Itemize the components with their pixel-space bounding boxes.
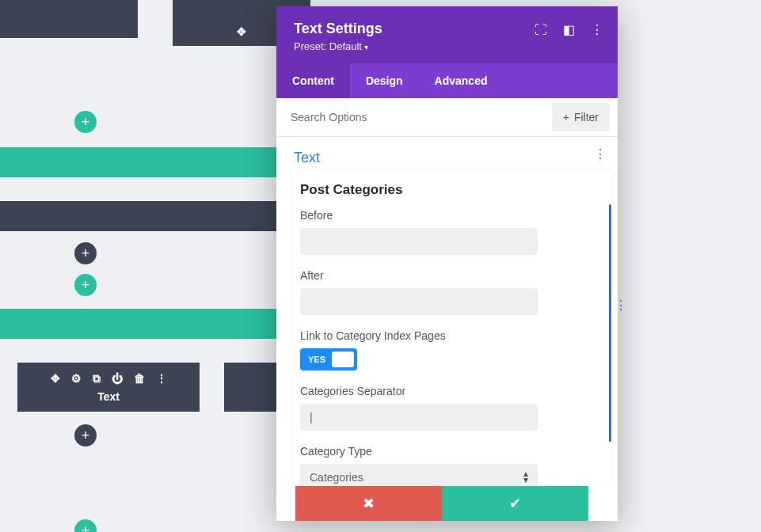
select-caret-icon: ▴▾	[523, 470, 528, 483]
modal-header: Text Settings Preset: Default ⛶ ◧ ⋮	[276, 6, 618, 63]
section-text-label[interactable]: Text	[276, 148, 618, 171]
duplicate-icon[interactable]: ⧉	[93, 372, 101, 386]
before-input[interactable]	[300, 228, 538, 255]
after-input[interactable]	[300, 288, 538, 315]
close-icon: ✖	[363, 495, 375, 512]
move-icon[interactable]: ✥	[51, 372, 60, 385]
more-icon[interactable]: ⋮	[156, 372, 167, 385]
panel-title: Post Categories	[300, 182, 605, 198]
check-icon: ✔	[509, 495, 521, 512]
preset-dropdown[interactable]: Preset: Default	[294, 40, 600, 52]
cancel-button[interactable]: ✖	[295, 486, 442, 521]
gear-icon[interactable]: ⚙	[71, 372, 82, 385]
tab-advanced[interactable]: Advanced	[419, 63, 504, 98]
text-module[interactable]: ✥ ⚙ ⧉ ⏻ 🗑 ⋮ Text	[17, 363, 200, 412]
toggle-knob	[332, 352, 354, 367]
separator-input[interactable]	[300, 404, 538, 431]
add-module-button[interactable]: +	[74, 424, 97, 446]
confirm-button[interactable]: ✔	[442, 486, 588, 521]
trash-icon[interactable]: 🗑	[134, 372, 145, 385]
add-section-button[interactable]: +	[74, 111, 97, 133]
responsive-icon[interactable]: ◧	[563, 22, 575, 37]
add-module-button[interactable]: +	[74, 242, 97, 264]
filter-label: Filter	[574, 111, 599, 124]
modal-tabs: Content Design Advanced	[276, 63, 618, 98]
link-label: Link to Category Index Pages	[300, 329, 605, 342]
toggle-yes-label: YES	[308, 355, 325, 364]
category-type-label: Category Type	[300, 445, 605, 458]
scrollbar[interactable]	[609, 204, 611, 442]
post-categories-panel: Post Categories Before After Link to Cat…	[294, 171, 611, 486]
power-icon[interactable]: ⏻	[112, 372, 123, 385]
separator-label: Categories Separator	[300, 385, 605, 397]
text-module-label: Text	[97, 390, 120, 403]
section-more-icon[interactable]: ⋮	[594, 146, 607, 162]
expand-icon[interactable]: ⛶	[535, 23, 547, 37]
tab-design[interactable]: Design	[350, 63, 419, 98]
more-icon[interactable]: ⋮	[591, 22, 603, 37]
search-input[interactable]	[276, 100, 552, 135]
after-label: After	[300, 269, 605, 282]
link-toggle[interactable]: YES	[300, 348, 357, 370]
modal-footer: ✖ ✔	[295, 486, 588, 521]
move-icon[interactable]: ✥	[237, 25, 246, 38]
add-section-button[interactable]: +	[74, 519, 97, 532]
before-label: Before	[300, 209, 605, 222]
add-section-button[interactable]: +	[74, 274, 97, 296]
modal-body: Text ⋮ Post Categories Before After Link…	[276, 137, 618, 486]
module-block[interactable]	[0, 0, 138, 38]
search-row: + Filter	[276, 98, 618, 137]
text-settings-modal: Text Settings Preset: Default ⛶ ◧ ⋮ Cont…	[276, 6, 618, 521]
plus-icon: +	[563, 111, 569, 124]
filter-button[interactable]: + Filter	[552, 103, 610, 131]
tab-content[interactable]: Content	[276, 63, 350, 98]
panel-more-icon[interactable]: ⋮	[615, 298, 627, 313]
